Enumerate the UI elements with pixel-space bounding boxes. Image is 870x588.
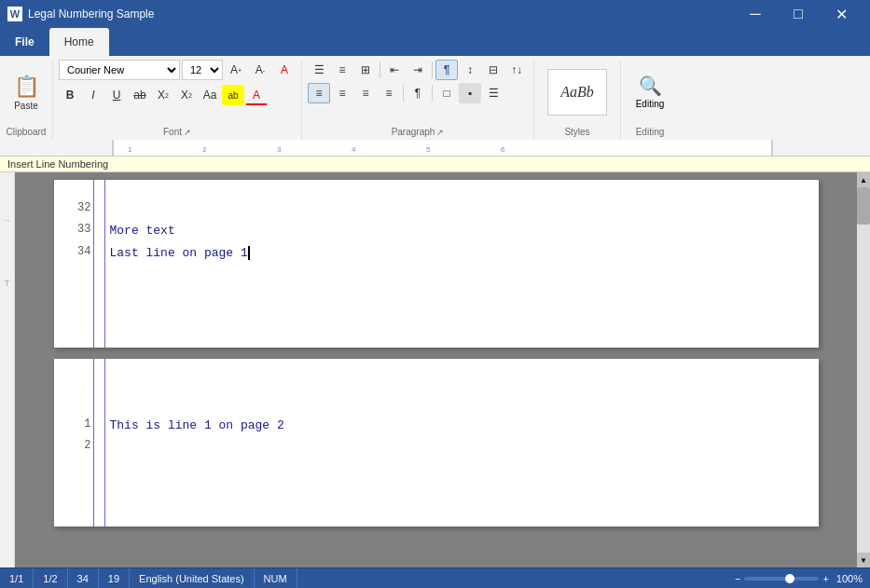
underline-button[interactable]: U: [105, 85, 128, 105]
line-text-34: Last line on page 1: [110, 242, 250, 264]
line-text-32: [110, 198, 117, 220]
sort-button[interactable]: ↑↓: [505, 60, 528, 80]
tab-bar: File Home: [0, 28, 870, 56]
line-text-p2-2: [110, 436, 117, 458]
blue-margin-line-left: [93, 180, 94, 348]
scroll-thumb[interactable]: [857, 187, 870, 225]
line-number-p2-1: 1: [63, 415, 91, 435]
status-bar: 1/1 1/2 34 19 English (United States) NU…: [0, 567, 870, 588]
table-row: 1 This is line 1 on page 2: [110, 415, 791, 436]
shrink-font-button[interactable]: A-: [249, 60, 271, 80]
status-num: NUM: [255, 568, 297, 588]
styles-group: AaBb Styles: [534, 60, 621, 140]
right-scrollbar[interactable]: ▲ ▼: [857, 172, 870, 567]
zoom-thumb[interactable]: [785, 574, 794, 583]
status-line[interactable]: 34: [68, 568, 99, 588]
scroll-down-button[interactable]: ▼: [857, 553, 870, 567]
font-name-select[interactable]: Courier New: [59, 60, 180, 80]
line-spacing-button[interactable]: ↕: [459, 60, 481, 80]
status-page-count[interactable]: 1/2: [34, 568, 67, 588]
document-area[interactable]: 32 33 More text 34 Last line on page 1: [15, 172, 857, 567]
font-size-select[interactable]: 12: [182, 60, 223, 80]
font-color-button[interactable]: A: [245, 85, 268, 105]
table-row: 34 Last line on page 1: [110, 242, 791, 264]
file-tab[interactable]: File: [0, 28, 49, 56]
page-1-content: 32 33 More text 34 Last line on page 1: [110, 198, 791, 320]
status-col[interactable]: 19: [99, 568, 130, 588]
change-case-button[interactable]: Aa: [199, 85, 221, 105]
align-left-button[interactable]: ≡: [308, 83, 330, 103]
multilevel-button[interactable]: ⊞: [354, 60, 377, 80]
zoom-slider[interactable]: [744, 577, 819, 581]
maximize-button[interactable]: □: [777, 0, 820, 28]
table-row: 2: [110, 436, 791, 458]
paragraph-dialog-launcher[interactable]: ↗: [436, 128, 444, 137]
title-bar: W Legal Numbering Sample ─ □ ✕: [0, 0, 870, 28]
zoom-in-icon[interactable]: +: [822, 573, 828, 584]
svg-text:5: 5: [426, 145, 431, 154]
text-cursor: [248, 246, 250, 260]
line-text-p2-1: This is line 1 on page 2: [110, 415, 284, 436]
paste-icon: 📋: [14, 75, 39, 99]
text-highlight-button[interactable]: ab: [222, 85, 244, 105]
strikethrough-button[interactable]: ab: [129, 85, 151, 105]
paragraph-spacing-button[interactable]: ¶: [407, 83, 429, 103]
scroll-up-button[interactable]: ▲: [857, 172, 870, 187]
blue-margin-line-right: [104, 180, 105, 348]
styles-box[interactable]: AaBb: [547, 69, 607, 116]
home-tab[interactable]: Home: [49, 28, 109, 56]
svg-text:6: 6: [501, 145, 505, 154]
status-page[interactable]: 1/1: [0, 568, 34, 588]
bullets-button[interactable]: ☰: [308, 60, 330, 80]
editing-button[interactable]: 🔍 Editing: [627, 67, 673, 117]
zoom-level: 100%: [836, 573, 863, 584]
highlight-button[interactable]: ☰: [482, 83, 504, 103]
grow-font-button[interactable]: A+: [225, 60, 247, 80]
superscript-button[interactable]: X2: [175, 85, 198, 105]
tooltip-bar: Insert Line Numbering: [0, 157, 870, 172]
blue-margin-line-left-p2: [93, 359, 94, 526]
paragraph-group: ☰ ≡ ⊞ ⇤ ⇥ ¶ ↕ ⊟ ↑↓ ≡ ≡ ≡ ≡ ¶ □: [302, 60, 534, 140]
app-icon: W: [7, 7, 22, 21]
window-controls: ─ □ ✕: [734, 0, 863, 28]
svg-text:1: 1: [128, 145, 132, 154]
ribbon-toolbar: 📋 Paste Clipboard Courier New 12 A+ A- A: [0, 56, 870, 140]
line-text-33: More text: [110, 220, 175, 241]
numbering-button[interactable]: ≡: [331, 60, 353, 80]
ruler-ticks: 1 2 3 4 5 6: [30, 140, 857, 157]
zoom-out-icon[interactable]: −: [735, 573, 740, 584]
show-hide-button[interactable]: ¶: [435, 60, 458, 80]
shading-button[interactable]: ▪: [459, 83, 481, 103]
page-1: 32 33 More text 34 Last line on page 1: [54, 180, 819, 348]
bold-button[interactable]: B: [59, 85, 81, 105]
margin-t-marker: T: [5, 279, 10, 288]
increase-indent-button[interactable]: ⇥: [407, 60, 429, 80]
editing-icon: 🔍: [639, 75, 662, 97]
clear-format-button[interactable]: A: [273, 60, 296, 80]
decrease-indent-button[interactable]: ⇤: [383, 60, 406, 80]
align-right-button[interactable]: ≡: [354, 83, 377, 103]
ruler: 1 2 3 4 5 6: [0, 140, 870, 157]
tooltip-text: Insert Line Numbering: [7, 158, 108, 170]
column-button[interactable]: ⊟: [482, 60, 504, 80]
borders-button[interactable]: □: [435, 83, 458, 103]
page-2-content: 1 This is line 1 on page 2 2: [110, 377, 791, 496]
line-number-33: 33: [63, 220, 91, 240]
line-number-p2-2: 2: [63, 436, 91, 457]
close-button[interactable]: ✕: [820, 0, 863, 28]
svg-text:4: 4: [352, 145, 356, 154]
align-center-button[interactable]: ≡: [331, 83, 353, 103]
svg-text:2: 2: [202, 145, 207, 154]
subscript-button[interactable]: X2: [152, 85, 174, 105]
status-language[interactable]: English (United States): [130, 568, 255, 588]
paste-button[interactable]: 📋 Paste: [6, 67, 47, 117]
editing-group: 🔍 Editing Editing: [621, 60, 679, 140]
scroll-track[interactable]: [857, 187, 870, 553]
justify-button[interactable]: ≡: [378, 83, 400, 103]
page-2: 1 This is line 1 on page 2 2: [54, 359, 819, 526]
font-dialog-launcher[interactable]: ↗: [184, 128, 191, 137]
left-margin: ↕ T: [0, 172, 15, 567]
minimize-button[interactable]: ─: [734, 0, 777, 28]
svg-text:3: 3: [277, 145, 282, 154]
italic-button[interactable]: I: [82, 85, 104, 105]
